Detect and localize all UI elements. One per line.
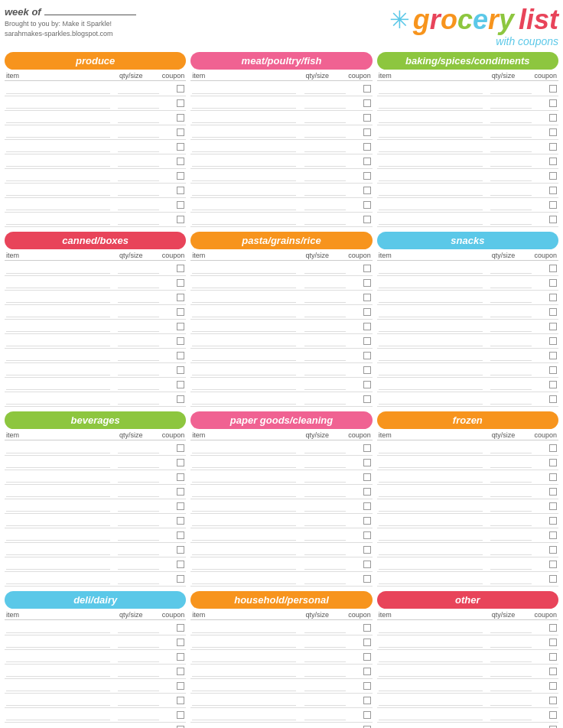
checkbox[interactable]: [177, 575, 184, 583]
checkbox[interactable]: [177, 216, 184, 223]
checkbox[interactable]: [177, 395, 184, 403]
checkbox[interactable]: [363, 114, 371, 122]
checkbox[interactable]: [177, 381, 184, 388]
checkbox[interactable]: [363, 294, 371, 301]
checkbox[interactable]: [549, 172, 557, 180]
checkbox[interactable]: [363, 697, 371, 704]
checkbox[interactable]: [363, 459, 371, 466]
checkbox[interactable]: [363, 85, 371, 93]
checkbox[interactable]: [177, 201, 184, 209]
checkbox[interactable]: [363, 546, 371, 554]
checkbox[interactable]: [177, 653, 184, 661]
checkbox[interactable]: [549, 682, 557, 690]
checkbox[interactable]: [549, 459, 557, 466]
checkbox[interactable]: [549, 488, 557, 496]
checkbox[interactable]: [549, 395, 557, 403]
checkbox[interactable]: [549, 99, 557, 107]
checkbox[interactable]: [363, 639, 371, 646]
checkbox[interactable]: [363, 624, 371, 632]
checkbox[interactable]: [549, 697, 557, 704]
checkbox[interactable]: [549, 473, 557, 481]
checkbox[interactable]: [177, 459, 184, 466]
checkbox[interactable]: [363, 381, 371, 388]
checkbox[interactable]: [363, 531, 371, 539]
checkbox[interactable]: [549, 546, 557, 554]
checkbox[interactable]: [177, 265, 184, 272]
checkbox[interactable]: [549, 624, 557, 632]
checkbox[interactable]: [363, 352, 371, 359]
checkbox[interactable]: [177, 444, 184, 452]
checkbox[interactable]: [549, 502, 557, 510]
checkbox[interactable]: [363, 337, 371, 345]
checkbox[interactable]: [177, 473, 184, 481]
checkbox[interactable]: [549, 279, 557, 287]
checkbox[interactable]: [177, 187, 184, 194]
checkbox[interactable]: [363, 99, 371, 107]
checkbox[interactable]: [363, 668, 371, 675]
checkbox[interactable]: [549, 85, 557, 93]
checkbox[interactable]: [549, 517, 557, 525]
checkbox[interactable]: [549, 352, 557, 359]
checkbox[interactable]: [177, 561, 184, 568]
checkbox[interactable]: [363, 158, 371, 165]
checkbox[interactable]: [549, 216, 557, 223]
checkbox[interactable]: [363, 172, 371, 180]
checkbox[interactable]: [177, 711, 184, 719]
checkbox[interactable]: [177, 682, 184, 690]
checkbox[interactable]: [549, 114, 557, 122]
checkbox[interactable]: [177, 85, 184, 93]
checkbox[interactable]: [177, 158, 184, 165]
checkbox[interactable]: [363, 187, 371, 194]
checkbox[interactable]: [363, 201, 371, 209]
checkbox[interactable]: [177, 546, 184, 554]
checkbox[interactable]: [549, 381, 557, 388]
checkbox[interactable]: [363, 265, 371, 272]
checkbox[interactable]: [549, 128, 557, 136]
checkbox[interactable]: [177, 337, 184, 345]
checkbox[interactable]: [363, 682, 371, 690]
checkbox[interactable]: [363, 128, 371, 136]
checkbox[interactable]: [549, 308, 557, 316]
checkbox[interactable]: [549, 531, 557, 539]
checkbox[interactable]: [363, 517, 371, 525]
checkbox[interactable]: [363, 488, 371, 496]
checkbox[interactable]: [177, 531, 184, 539]
checkbox[interactable]: [177, 294, 184, 301]
checkbox[interactable]: [363, 444, 371, 452]
checkbox[interactable]: [363, 395, 371, 403]
checkbox[interactable]: [177, 502, 184, 510]
checkbox[interactable]: [549, 187, 557, 194]
checkbox[interactable]: [549, 653, 557, 661]
checkbox[interactable]: [549, 323, 557, 330]
checkbox[interactable]: [177, 697, 184, 704]
checkbox[interactable]: [549, 444, 557, 452]
checkbox[interactable]: [549, 294, 557, 301]
checkbox[interactable]: [363, 308, 371, 316]
checkbox[interactable]: [177, 639, 184, 646]
checkbox[interactable]: [363, 279, 371, 287]
checkbox[interactable]: [177, 279, 184, 287]
checkbox[interactable]: [549, 158, 557, 165]
checkbox[interactable]: [549, 561, 557, 568]
checkbox[interactable]: [549, 575, 557, 583]
checkbox[interactable]: [363, 366, 371, 374]
checkbox[interactable]: [549, 143, 557, 151]
checkbox[interactable]: [549, 639, 557, 646]
checkbox[interactable]: [177, 517, 184, 525]
checkbox[interactable]: [363, 561, 371, 568]
checkbox[interactable]: [363, 502, 371, 510]
checkbox[interactable]: [177, 323, 184, 330]
checkbox[interactable]: [363, 653, 371, 661]
checkbox[interactable]: [177, 624, 184, 632]
checkbox[interactable]: [177, 99, 184, 107]
checkbox[interactable]: [177, 352, 184, 359]
checkbox[interactable]: [549, 337, 557, 345]
checkbox[interactable]: [549, 201, 557, 209]
checkbox[interactable]: [363, 473, 371, 481]
checkbox[interactable]: [363, 575, 371, 583]
checkbox[interactable]: [363, 216, 371, 223]
checkbox[interactable]: [363, 323, 371, 330]
checkbox[interactable]: [363, 143, 371, 151]
checkbox[interactable]: [549, 711, 557, 719]
checkbox[interactable]: [177, 488, 184, 496]
